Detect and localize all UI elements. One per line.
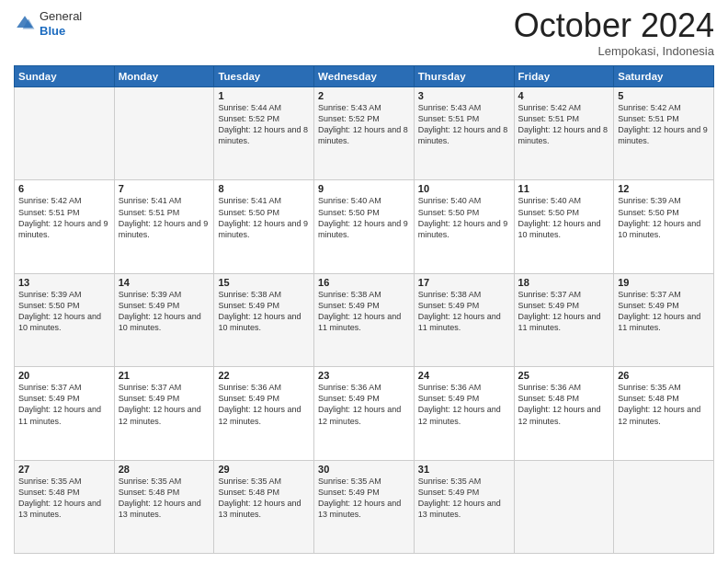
calendar-cell (114, 87, 214, 180)
day-info: Sunrise: 5:40 AM Sunset: 5:50 PM Dayligh… (318, 195, 410, 240)
day-info: Sunrise: 5:43 AM Sunset: 5:51 PM Dayligh… (418, 102, 510, 147)
day-info: Sunrise: 5:35 AM Sunset: 5:49 PM Dayligh… (418, 476, 510, 521)
day-header-saturday: Saturday (614, 66, 714, 87)
week-row-1: 1Sunrise: 5:44 AM Sunset: 5:52 PM Daylig… (15, 87, 714, 180)
calendar-cell: 28Sunrise: 5:35 AM Sunset: 5:48 PM Dayli… (114, 460, 214, 553)
day-info: Sunrise: 5:42 AM Sunset: 5:51 PM Dayligh… (18, 195, 110, 240)
day-info: Sunrise: 5:35 AM Sunset: 5:48 PM Dayligh… (618, 382, 710, 427)
day-number: 16 (318, 277, 410, 288)
calendar-cell: 29Sunrise: 5:35 AM Sunset: 5:48 PM Dayli… (214, 460, 314, 553)
calendar-cell: 20Sunrise: 5:37 AM Sunset: 5:49 PM Dayli… (15, 367, 115, 460)
calendar-cell: 13Sunrise: 5:39 AM Sunset: 5:50 PM Dayli… (15, 273, 115, 366)
day-info: Sunrise: 5:41 AM Sunset: 5:50 PM Dayligh… (218, 195, 310, 240)
day-number: 26 (618, 370, 710, 381)
day-number: 11 (518, 183, 610, 194)
day-number: 28 (119, 464, 210, 475)
day-header-friday: Friday (514, 66, 614, 87)
logo: General Blue (14, 9, 82, 38)
day-number: 21 (119, 370, 210, 381)
calendar-cell: 30Sunrise: 5:35 AM Sunset: 5:49 PM Dayli… (314, 460, 415, 553)
calendar-header: SundayMondayTuesdayWednesdayThursdayFrid… (15, 66, 714, 87)
day-info: Sunrise: 5:43 AM Sunset: 5:52 PM Dayligh… (318, 102, 410, 147)
day-number: 13 (18, 277, 110, 288)
calendar-cell: 19Sunrise: 5:37 AM Sunset: 5:49 PM Dayli… (614, 273, 714, 366)
day-number: 18 (518, 277, 610, 288)
calendar-cell: 5Sunrise: 5:42 AM Sunset: 5:51 PM Daylig… (614, 87, 714, 180)
logo-general-text: General (40, 9, 82, 23)
calendar-cell: 31Sunrise: 5:35 AM Sunset: 5:49 PM Dayli… (414, 460, 514, 553)
day-info: Sunrise: 5:44 AM Sunset: 5:52 PM Dayligh… (218, 102, 310, 147)
week-row-3: 13Sunrise: 5:39 AM Sunset: 5:50 PM Dayli… (15, 273, 714, 366)
day-number: 2 (318, 90, 410, 101)
day-number: 10 (418, 183, 510, 194)
month-title: October 2024 (514, 9, 714, 42)
calendar-cell: 7Sunrise: 5:41 AM Sunset: 5:51 PM Daylig… (114, 180, 214, 273)
day-info: Sunrise: 5:37 AM Sunset: 5:49 PM Dayligh… (518, 289, 610, 334)
day-info: Sunrise: 5:42 AM Sunset: 5:51 PM Dayligh… (518, 102, 610, 147)
calendar-cell: 23Sunrise: 5:36 AM Sunset: 5:49 PM Dayli… (314, 367, 415, 460)
day-info: Sunrise: 5:38 AM Sunset: 5:49 PM Dayligh… (318, 289, 410, 334)
day-info: Sunrise: 5:37 AM Sunset: 5:49 PM Dayligh… (119, 382, 210, 427)
location: Lempokasi, Indonesia (514, 44, 714, 58)
day-number: 19 (618, 277, 710, 288)
day-info: Sunrise: 5:35 AM Sunset: 5:48 PM Dayligh… (119, 476, 210, 521)
calendar-cell: 21Sunrise: 5:37 AM Sunset: 5:49 PM Dayli… (114, 367, 214, 460)
day-number: 24 (418, 370, 510, 381)
week-row-5: 27Sunrise: 5:35 AM Sunset: 5:48 PM Dayli… (15, 460, 714, 553)
calendar-cell (514, 460, 614, 553)
calendar-cell: 25Sunrise: 5:36 AM Sunset: 5:48 PM Dayli… (514, 367, 614, 460)
days-header-row: SundayMondayTuesdayWednesdayThursdayFrid… (15, 66, 714, 87)
day-info: Sunrise: 5:35 AM Sunset: 5:49 PM Dayligh… (318, 476, 410, 521)
day-info: Sunrise: 5:37 AM Sunset: 5:49 PM Dayligh… (18, 382, 110, 427)
calendar-cell: 22Sunrise: 5:36 AM Sunset: 5:49 PM Dayli… (214, 367, 314, 460)
day-number: 4 (518, 90, 610, 101)
day-info: Sunrise: 5:38 AM Sunset: 5:49 PM Dayligh… (218, 289, 310, 334)
day-info: Sunrise: 5:35 AM Sunset: 5:48 PM Dayligh… (18, 476, 110, 521)
week-row-4: 20Sunrise: 5:37 AM Sunset: 5:49 PM Dayli… (15, 367, 714, 460)
day-number: 15 (218, 277, 310, 288)
calendar-cell: 24Sunrise: 5:36 AM Sunset: 5:49 PM Dayli… (414, 367, 514, 460)
day-number: 12 (618, 183, 710, 194)
calendar-cell: 2Sunrise: 5:43 AM Sunset: 5:52 PM Daylig… (314, 87, 415, 180)
calendar-body: 1Sunrise: 5:44 AM Sunset: 5:52 PM Daylig… (15, 87, 714, 554)
day-number: 3 (418, 90, 510, 101)
day-info: Sunrise: 5:36 AM Sunset: 5:49 PM Dayligh… (318, 382, 410, 427)
calendar-cell (15, 87, 115, 180)
day-info: Sunrise: 5:40 AM Sunset: 5:50 PM Dayligh… (518, 195, 610, 240)
day-number: 30 (318, 464, 410, 475)
day-info: Sunrise: 5:40 AM Sunset: 5:50 PM Dayligh… (418, 195, 510, 240)
day-info: Sunrise: 5:39 AM Sunset: 5:50 PM Dayligh… (618, 195, 710, 240)
calendar-cell: 26Sunrise: 5:35 AM Sunset: 5:48 PM Dayli… (614, 367, 714, 460)
calendar-cell: 12Sunrise: 5:39 AM Sunset: 5:50 PM Dayli… (614, 180, 714, 273)
calendar-cell: 4Sunrise: 5:42 AM Sunset: 5:51 PM Daylig… (514, 87, 614, 180)
calendar-cell: 6Sunrise: 5:42 AM Sunset: 5:51 PM Daylig… (15, 180, 115, 273)
day-info: Sunrise: 5:41 AM Sunset: 5:51 PM Dayligh… (119, 195, 210, 240)
day-number: 8 (218, 183, 310, 194)
calendar-cell: 15Sunrise: 5:38 AM Sunset: 5:49 PM Dayli… (214, 273, 314, 366)
day-info: Sunrise: 5:37 AM Sunset: 5:49 PM Dayligh… (618, 289, 710, 334)
day-info: Sunrise: 5:39 AM Sunset: 5:50 PM Dayligh… (18, 289, 110, 334)
day-info: Sunrise: 5:36 AM Sunset: 5:48 PM Dayligh… (518, 382, 610, 427)
page: General Blue October 2024 Lempokasi, Ind… (0, 0, 728, 563)
day-header-wednesday: Wednesday (314, 66, 415, 87)
calendar-cell: 11Sunrise: 5:40 AM Sunset: 5:50 PM Dayli… (514, 180, 614, 273)
day-info: Sunrise: 5:42 AM Sunset: 5:51 PM Dayligh… (618, 102, 710, 147)
day-info: Sunrise: 5:36 AM Sunset: 5:49 PM Dayligh… (418, 382, 510, 427)
calendar-cell: 3Sunrise: 5:43 AM Sunset: 5:51 PM Daylig… (414, 87, 514, 180)
calendar-cell: 18Sunrise: 5:37 AM Sunset: 5:49 PM Dayli… (514, 273, 614, 366)
day-number: 23 (318, 370, 410, 381)
day-header-monday: Monday (114, 66, 214, 87)
calendar-cell: 10Sunrise: 5:40 AM Sunset: 5:50 PM Dayli… (414, 180, 514, 273)
day-header-tuesday: Tuesday (214, 66, 314, 87)
day-number: 9 (318, 183, 410, 194)
day-number: 25 (518, 370, 610, 381)
day-info: Sunrise: 5:35 AM Sunset: 5:48 PM Dayligh… (218, 476, 310, 521)
day-number: 31 (418, 464, 510, 475)
day-header-thursday: Thursday (414, 66, 514, 87)
day-info: Sunrise: 5:38 AM Sunset: 5:49 PM Dayligh… (418, 289, 510, 334)
calendar-cell: 17Sunrise: 5:38 AM Sunset: 5:49 PM Dayli… (414, 273, 514, 366)
day-number: 6 (18, 183, 110, 194)
day-number: 22 (218, 370, 310, 381)
day-number: 7 (119, 183, 210, 194)
calendar-cell: 8Sunrise: 5:41 AM Sunset: 5:50 PM Daylig… (214, 180, 314, 273)
